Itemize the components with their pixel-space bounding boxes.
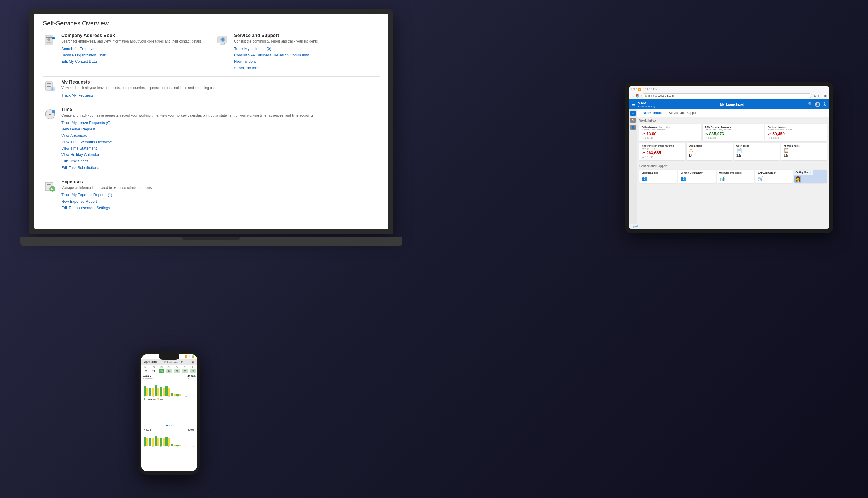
bar-chart-visual-1 [143,381,196,396]
phone-content: 📶 🔋 🔋 April 2018 Kalenderwoche 17 📅 Mo D… [141,354,197,471]
link-new-incident[interactable]: New Incident [234,58,318,65]
back-icon[interactable]: ‹ [631,94,633,98]
person-icon: 👩‍💼 [794,176,801,183]
bookmark-icon[interactable]: 📚 [635,94,640,98]
section-row-2: ✓ My Requests View and track all your le… [43,80,380,99]
cal-cell-28: 28 [182,369,188,374]
chart-day-sa: Sa [185,396,186,397]
svg-text:+: + [52,111,53,113]
link-track-requests[interactable]: Track My Requests [61,92,217,99]
service-card-getting-started[interactable]: Getting Started 👩‍💼 [794,170,827,183]
side-navigation: ⌂ ↻ 👤 [629,109,637,224]
link-track-expense-reports[interactable]: Track My Expense Reports (1) [61,192,152,198]
svg-rect-3 [52,37,55,38]
lock-icon: 🔒 [644,94,647,97]
my-requests-text: My Requests View and track all your leav… [61,80,217,99]
service-support-desc: Consult the community, report and track … [234,39,318,44]
link-edit-task-substitutions[interactable]: Edit Task Substitutions [61,165,314,171]
browser-nav-bar: ‹ › 📚 🔒 my .sapbydesign.com ↻ ⇧ + ▣ [629,92,829,100]
service-card-title-3: SAP App Center [758,171,775,174]
legend-label-1: Freigegeben [146,398,156,400]
forward-icon[interactable]: › [633,94,635,98]
bar-di-yellow [152,388,154,396]
add-tab-icon[interactable]: + [821,94,823,98]
user-icon[interactable]: 👤 [815,102,820,107]
service-card-submit-idea[interactable]: Submit an Idea 👥 [639,170,677,183]
screen-content: Self-Services Overview [34,14,388,229]
link-edit-reimbursement[interactable]: Edit Reimbursement Settings [61,205,152,211]
chart2-time-val-1: 44:00 h [144,429,151,431]
help-icon[interactable]: ⓘ [822,102,826,107]
sap-header-left: ☰ SAP •Business ByDesign [632,101,656,107]
service-card-consult-community[interactable]: Consult Community 👥 [678,170,715,183]
share-icon[interactable]: ⇧ [817,94,820,98]
browser-url-bar[interactable]: 🔒 my .sapbydesign.com [642,93,812,98]
phone-calendar-icon[interactable]: 📅 [191,361,194,364]
link-edit-contact-data[interactable]: Edit My Contact Data [61,58,202,65]
bar2-di-yellow [152,438,154,446]
section-row-1: Company Address Book Search for employee… [43,33,380,71]
cal-cell-25[interactable]: 25 [158,369,164,374]
cart-icon: 🛒 [758,176,764,181]
hamburger-icon[interactable]: ☰ [632,102,636,107]
link-view-holiday-calendar[interactable]: View Holiday Calendar [61,152,314,158]
kpi-count-tasks: 15 [736,153,777,158]
link-submit-idea-laptop[interactable]: Submit an Idea [234,65,318,71]
refresh-icon[interactable]: ↻ [814,94,816,98]
kpi-card-critical-payment: Critical payment activities Number of sa… [639,124,701,141]
kpi-count-items: 18 [783,153,825,158]
link-new-leave-request[interactable]: New Leave Request [61,126,314,132]
service-card-title-0: Submit an Idea [642,171,658,174]
phone-app-subtitle: Kalenderwoche 17 [164,361,183,364]
bar2-mo-green [143,437,146,446]
bar2-sa-green [171,444,173,446]
cal-day-mo: Mo [143,366,149,368]
side-nav-home[interactable]: ⌂ [631,111,636,116]
kpi-card-marketing-revenue: Marketing generated revenue Initial (in … [639,143,685,160]
link-browse-org-chart[interactable]: Browse Organization Chart [61,52,202,58]
link-edit-time-sheet[interactable]: Edit Time Sheet [61,158,314,164]
link-track-incidents[interactable]: Track My Incidents (0) [234,46,318,52]
link-consult-community[interactable]: Consult SAP Business ByDesign Community [234,52,318,58]
tab-navigation: Work: Inbox Service and Support [637,109,829,117]
bar2-group-do [160,438,165,446]
svg-rect-5 [52,40,55,40]
tab-service-support[interactable]: Service and Support [665,109,701,117]
legend-label-2: Soll [160,398,163,400]
bar2-group-mo [143,437,148,446]
chart-day-di: Di [152,396,154,397]
side-nav-user[interactable]: 👤 [631,124,636,130]
search-icon[interactable]: 🔍 [808,102,813,107]
dot-2 [169,425,170,426]
service-card-sap-app-center[interactable]: SAP App Center 🛒 [755,170,793,183]
kpi-card-ar-overdue: A/R - Overdue Amounts Cut Off Date - Tod… [702,124,764,141]
link-view-absences[interactable]: View Absences [61,132,314,139]
bar-group-di [149,388,154,396]
bar-so-yellow [179,394,181,396]
bar-group-mi [155,385,159,396]
svg-point-2 [48,38,50,41]
bar-group-do [160,387,165,396]
cal-cell-26: 26 [166,369,172,374]
kpi-card-open-tasks: Open Tasks 📄 15 [734,143,780,160]
link-view-time-accounts[interactable]: View Time Accounts Overview [61,139,314,145]
link-track-leave-requests[interactable]: Track My Leave Requests (0) [61,120,314,126]
service-card-one-stop[interactable]: One-Stop Info Center 📊 [717,170,754,183]
expenses-icon: $ [43,179,57,194]
arrow-up-icon-0 [642,132,646,136]
cal-day-sa: Sa [182,366,188,368]
link-search-employees[interactable]: Search for Employees [61,46,202,52]
link-new-expense-report[interactable]: New Expense Report [61,198,152,205]
tab-work-inbox[interactable]: Work: Inbox [640,109,665,117]
dot-1 [166,425,168,426]
company-address-book-section: Company Address Book Search for employee… [43,33,207,71]
link-view-time-statement[interactable]: View Time Statement [61,145,314,152]
chart-legend: Freigegeben Soll [143,397,196,401]
bar2-group-sa [171,444,176,446]
kpi-title-r2-0: Marketing generated revenue [642,145,683,147]
svg-point-8 [221,38,224,41]
tabs-icon[interactable]: ▣ [824,94,827,98]
bar-di-green [149,388,151,396]
time-desc: Create and track your leave requests, re… [61,113,314,118]
side-nav-refresh[interactable]: ↻ [631,118,636,123]
